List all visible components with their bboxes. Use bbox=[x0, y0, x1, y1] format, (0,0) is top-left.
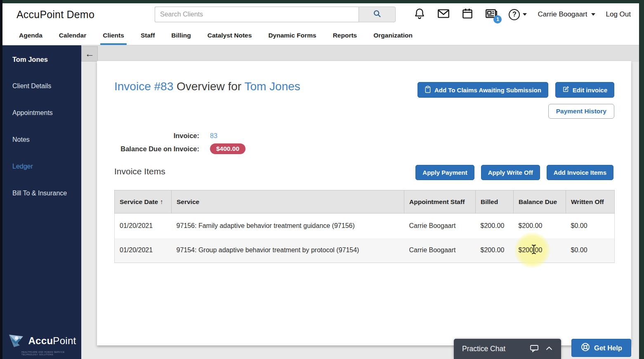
accupoint-logo: AccuPoint HEALTHCARE AND HUMAN SERVICE T… bbox=[2, 331, 81, 356]
cell-appointment-staff: Carrie Boogaart bbox=[404, 238, 476, 263]
apply-write-off-button[interactable]: Apply Write Off bbox=[481, 165, 540, 180]
cell-balance-due-highlighted: $200.00 bbox=[514, 238, 566, 263]
envelope-icon bbox=[437, 7, 450, 22]
search-input[interactable] bbox=[155, 7, 359, 22]
chevron-down-icon bbox=[591, 13, 595, 16]
cell-appointment-staff: Carrie Boogaart bbox=[404, 214, 476, 238]
page-title: Invoice #83 Overview for Tom Jones bbox=[114, 80, 300, 93]
client-sidebar: Tom Jones Client Details Appointments No… bbox=[2, 45, 81, 359]
tab-billing[interactable]: Billing bbox=[163, 26, 199, 45]
sort-asc-icon: ↑ bbox=[160, 198, 163, 205]
cell-service-date: 01/20/2021 bbox=[115, 214, 172, 238]
cell-written-off: $0.00 bbox=[566, 238, 615, 263]
primary-nav: Agenda Calendar Clients Staff Billing Ca… bbox=[2, 26, 639, 45]
client-name-link[interactable]: Tom Jones bbox=[244, 80, 300, 93]
accupoint-logo-text: AccuPoint bbox=[28, 335, 76, 347]
apply-payment-button[interactable]: Apply Payment bbox=[415, 165, 474, 180]
bell-icon bbox=[413, 7, 426, 21]
help-menu-button[interactable]: ? bbox=[509, 9, 527, 20]
clipboard-icon bbox=[425, 86, 431, 94]
get-help-label: Get Help bbox=[594, 344, 622, 352]
chevron-down-icon bbox=[523, 13, 527, 16]
get-help-button[interactable]: Get Help bbox=[571, 339, 631, 357]
calendar-icon bbox=[461, 7, 474, 21]
life-ring-icon bbox=[580, 342, 590, 354]
invoice-number-value[interactable]: 83 bbox=[210, 132, 217, 140]
add-to-claims-button[interactable]: Add To Claims Awaiting Submission bbox=[418, 82, 548, 98]
messages-button[interactable] bbox=[437, 8, 450, 21]
tab-calendar[interactable]: Calendar bbox=[51, 26, 94, 45]
invoice-overview-card: Invoice #83 Overview for Tom Jones Add T… bbox=[97, 61, 631, 345]
tab-staff[interactable]: Staff bbox=[132, 26, 163, 45]
content-toolbar-strip bbox=[81, 45, 639, 62]
window-frame-right bbox=[639, 0, 644, 359]
chevron-up-icon[interactable] bbox=[545, 345, 553, 353]
balance-due-badge: $400.00 bbox=[210, 143, 245, 154]
col-balance-due[interactable]: Balance Due bbox=[514, 190, 566, 214]
invoice-items-table: Service Date↑ Service Appointment Staff … bbox=[114, 190, 615, 263]
tab-clients[interactable]: Clients bbox=[94, 26, 132, 45]
sidebar-client-name[interactable]: Tom Jones bbox=[12, 56, 48, 63]
back-arrow-icon: ← bbox=[85, 48, 94, 59]
content-area: ← Tom Jones Client Details Appointments … bbox=[2, 45, 639, 359]
sidebar-item-bill-to-insurance[interactable]: Bill To & Insurance bbox=[12, 190, 67, 197]
cell-billed: $200.00 bbox=[476, 238, 514, 263]
payment-history-button[interactable]: Payment History bbox=[548, 104, 614, 119]
tab-organization[interactable]: Organization bbox=[365, 26, 421, 45]
cell-written-off: $0.00 bbox=[566, 214, 615, 238]
app-brand: AccuPoint Demo bbox=[17, 9, 94, 21]
notifications-bell-button[interactable] bbox=[413, 8, 426, 21]
accupoint-logo-mark-icon bbox=[7, 331, 25, 350]
tab-dynamic-forms[interactable]: Dynamic Forms bbox=[260, 26, 324, 45]
sidebar-item-appointments[interactable]: Appointments bbox=[12, 109, 53, 117]
window-frame-left bbox=[0, 0, 2, 359]
accupoint-logo-tagline: HEALTHCARE AND HUMAN SERVICE TECHNOLOGY … bbox=[21, 351, 81, 356]
table-header-row: Service Date↑ Service Appointment Staff … bbox=[115, 190, 615, 214]
invoice-number-label: Invoice: bbox=[114, 132, 199, 140]
col-service-date[interactable]: Service Date↑ bbox=[115, 190, 172, 214]
col-appointment-staff[interactable]: Appointment Staff bbox=[404, 190, 476, 214]
table-row[interactable]: 01/20/2021 97156: Family adaptive behavi… bbox=[115, 214, 615, 238]
sidebar-item-ledger[interactable]: Ledger bbox=[12, 163, 33, 170]
cell-service-date: 01/20/2021 bbox=[115, 238, 172, 263]
help-icon: ? bbox=[509, 9, 520, 20]
col-billed[interactable]: Billed bbox=[476, 190, 514, 214]
sidebar-item-notes[interactable]: Notes bbox=[12, 136, 30, 143]
edit-pencil-icon bbox=[562, 86, 569, 94]
search-icon bbox=[373, 9, 382, 20]
add-invoice-items-button[interactable]: Add Invoice Items bbox=[547, 165, 613, 180]
user-menu-button[interactable]: Carrie Boogaart bbox=[538, 10, 595, 19]
search-button[interactable] bbox=[359, 7, 396, 22]
news-updates-button[interactable]: 1 bbox=[485, 8, 498, 21]
window-frame-top bbox=[0, 0, 644, 3]
cell-service: 97154: Group adaptive behavior treatment… bbox=[172, 238, 404, 263]
user-name: Carrie Boogaart bbox=[538, 10, 587, 19]
invoice-number-title: Invoice #83 bbox=[114, 80, 173, 93]
tab-catalyst-notes[interactable]: Catalyst Notes bbox=[199, 26, 260, 45]
logout-link[interactable]: Log Out bbox=[606, 10, 631, 19]
collapse-sidebar-button[interactable]: ← bbox=[81, 46, 98, 61]
tab-reports[interactable]: Reports bbox=[325, 26, 366, 45]
text-cursor-icon bbox=[531, 244, 537, 256]
edit-invoice-button[interactable]: Edit invoice bbox=[555, 82, 614, 98]
app-header: AccuPoint Demo bbox=[2, 3, 639, 26]
table-row[interactable]: 01/20/2021 97154: Group adaptive behavio… bbox=[115, 238, 615, 263]
practice-chat-bar[interactable]: Practice Chat bbox=[454, 339, 561, 359]
col-service[interactable]: Service bbox=[172, 190, 404, 214]
cell-service: 97156: Family adaptive behavior treatmen… bbox=[172, 214, 404, 238]
cell-balance-due: $200.00 bbox=[514, 214, 566, 238]
tab-agenda[interactable]: Agenda bbox=[11, 26, 51, 45]
balance-due-label: Balance Due on Invoice: bbox=[114, 145, 199, 153]
invoice-items-heading: Invoice Items bbox=[114, 167, 165, 176]
col-written-off[interactable]: Written Off bbox=[566, 190, 615, 214]
sidebar-item-client-details[interactable]: Client Details bbox=[12, 82, 51, 90]
notification-count-badge: 1 bbox=[493, 15, 502, 23]
invoice-summary: Invoice: 83 Balance Due on Invoice: $400… bbox=[114, 132, 245, 158]
calendar-button[interactable] bbox=[461, 8, 474, 21]
practice-chat-label: Practice Chat bbox=[462, 345, 523, 353]
cell-billed: $200.00 bbox=[476, 214, 514, 238]
chat-bubble-icon bbox=[529, 343, 540, 355]
